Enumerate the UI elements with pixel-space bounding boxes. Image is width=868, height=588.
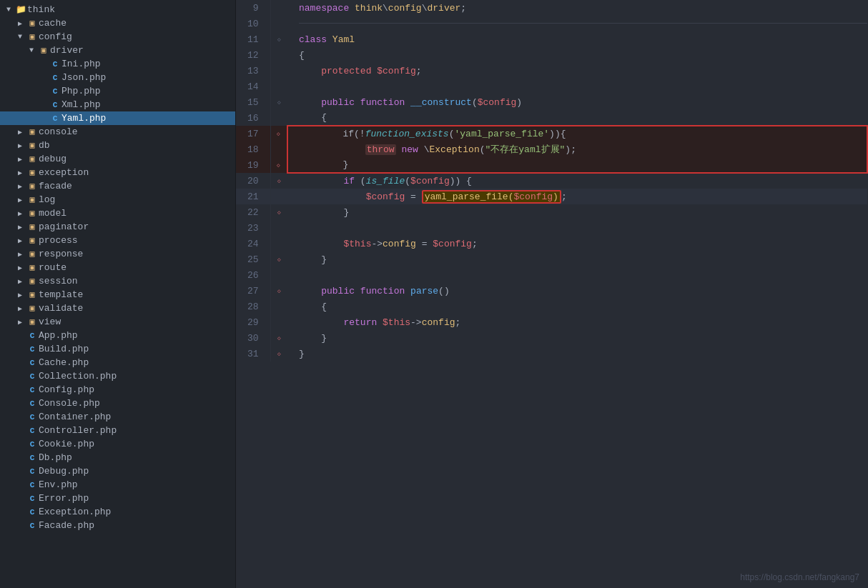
file-c-icon: C: [26, 454, 39, 462]
line-number: 31: [236, 346, 270, 362]
sidebar-item-label: template: [39, 289, 83, 300]
line-number: 18: [236, 141, 270, 157]
file-tree[interactable]: ▼ 📁 think ▶ ▣ cache ▼ ▣ config ▼ ▣ drive…: [0, 0, 236, 588]
sidebar-item-yaml-php[interactable]: C Yaml.php: [0, 111, 235, 125]
code-editor[interactable]: 9 namespace think\config\driver; 10 11 ⬦…: [236, 0, 868, 588]
sidebar-item-xml-php[interactable]: C Xml.php: [0, 98, 235, 111]
sidebar-item-console[interactable]: ▶ ▣ console: [0, 125, 235, 139]
sidebar-item-db-php[interactable]: C Db.php: [0, 451, 235, 464]
sidebar-item-config[interactable]: ▼ ▣ config: [0, 30, 235, 44]
sidebar-item-label: Yaml.php: [61, 113, 106, 124]
sidebar-item-label: response: [39, 249, 83, 259]
sidebar-item-label: session: [39, 276, 78, 286]
sidebar-item-cache-php[interactable]: C Cache.php: [0, 356, 235, 369]
line-gutter: ⬦: [270, 173, 287, 189]
sidebar-item-label: validate: [39, 303, 83, 314]
folder-icon: ▣: [26, 126, 39, 137]
sidebar-item-error-php[interactable]: C Error.php: [0, 492, 235, 505]
sidebar-item-console-php[interactable]: C Console.php: [0, 397, 235, 410]
line-number: 12: [236, 47, 270, 63]
line-number: 15: [236, 94, 270, 110]
sidebar-item-build-php[interactable]: C Build.php: [0, 342, 235, 356]
sidebar-item-log[interactable]: ▶ ▣ log: [0, 193, 235, 206]
arrow-icon: ▶: [14, 141, 26, 150]
code-line-31: 31 ⬦ }: [236, 346, 867, 362]
line-code: [287, 220, 867, 236]
sidebar-item-model[interactable]: ▶ ▣ model: [0, 206, 235, 220]
sidebar-item-process[interactable]: ▶ ▣ process: [0, 234, 235, 247]
arrow-icon: ▶: [14, 196, 26, 204]
sidebar-item-template[interactable]: ▶ ▣ template: [0, 288, 235, 302]
sidebar-item-label: exception: [39, 167, 89, 178]
code-line-9: 9 namespace think\config\driver;: [236, 0, 867, 16]
sidebar-item-debug-php[interactable]: C Debug.php: [0, 464, 235, 478]
code-line-27: 27 ⬦ public function parse(): [236, 283, 867, 299]
sidebar-item-label: cache: [39, 18, 66, 29]
folder-icon: ▣: [26, 249, 39, 259]
line-gutter: [270, 236, 287, 251]
sidebar-item-label: Controller.php: [39, 425, 117, 436]
code-line-10: 10: [236, 16, 867, 31]
sidebar-item-exception[interactable]: ▶ ▣ exception: [0, 166, 235, 179]
line-number: 17: [236, 126, 270, 141]
sidebar-item-paginator[interactable]: ▶ ▣ paginator: [0, 220, 235, 234]
line-number: 11: [236, 31, 270, 47]
sidebar-item-db[interactable]: ▶ ▣ db: [0, 139, 235, 152]
file-c-icon: C: [26, 372, 39, 381]
sidebar-item-label: Facade.php: [39, 520, 94, 531]
sidebar-item-validate[interactable]: ▶ ▣ validate: [0, 302, 235, 315]
sidebar-item-label: Json.php: [61, 72, 106, 83]
sidebar-item-exception-php[interactable]: C Exception.php: [0, 505, 235, 519]
sidebar-item-config-php[interactable]: C Config.php: [0, 383, 235, 397]
line-gutter: [270, 47, 287, 63]
sidebar-item-view[interactable]: ▶ ▣ view: [0, 315, 235, 329]
line-gutter: [270, 141, 287, 157]
sidebar-item-session[interactable]: ▶ ▣ session: [0, 274, 235, 288]
line-code: if (is_file($config)) {: [287, 173, 867, 189]
line-gutter: ⬦: [270, 251, 287, 267]
line-code: class Yaml: [287, 31, 867, 47]
sidebar-item-response[interactable]: ▶ ▣ response: [0, 247, 235, 261]
line-number: 23: [236, 220, 270, 236]
line-gutter: [270, 79, 287, 94]
line-gutter: ⬦: [270, 126, 287, 141]
sidebar-item-json-php[interactable]: C Json.php: [0, 71, 235, 84]
sidebar-item-label: Error.php: [39, 493, 89, 504]
sidebar-item-php-php[interactable]: C Php.php: [0, 84, 235, 98]
sidebar-item-driver[interactable]: ▼ ▣ driver: [0, 44, 235, 57]
arrow-icon: ▶: [14, 128, 26, 136]
sidebar-item-facade[interactable]: ▶ ▣ facade: [0, 179, 235, 193]
sidebar-item-env-php[interactable]: C Env.php: [0, 478, 235, 492]
sidebar-item-container-php[interactable]: C Container.php: [0, 410, 235, 424]
sidebar-item-app-php[interactable]: C App.php: [0, 329, 235, 342]
line-code: namespace think\config\driver;: [287, 0, 867, 16]
sidebar-item-cache[interactable]: ▶ ▣ cache: [0, 16, 235, 30]
sidebar-item-collection-php[interactable]: C Collection.php: [0, 369, 235, 383]
sidebar-item-label: log: [39, 194, 55, 205]
line-number: 16: [236, 110, 270, 126]
sidebar-item-label: Build.php: [39, 344, 89, 354]
line-gutter: ⬦: [270, 346, 287, 362]
file-c-icon: C: [49, 60, 61, 69]
sidebar-item-think[interactable]: ▼ 📁 think: [0, 3, 235, 16]
sidebar-item-ini-php[interactable]: C Ini.php: [0, 57, 235, 71]
code-line-14: 14: [236, 79, 867, 94]
arrow-icon: ▶: [14, 318, 26, 327]
sidebar-item-label: debug: [39, 154, 66, 164]
line-number: 28: [236, 299, 270, 314]
sidebar-item-debug[interactable]: ▶ ▣ debug: [0, 152, 235, 166]
folder-icon: 📁: [14, 4, 27, 15]
arrow-icon: ▼: [26, 46, 37, 54]
sidebar-item-controller-php[interactable]: C Controller.php: [0, 424, 235, 437]
sidebar-item-cookie-php[interactable]: C Cookie.php: [0, 437, 235, 451]
file-c-icon: C: [26, 427, 39, 435]
line-code: protected $config;: [287, 63, 867, 79]
sidebar-item-label: Xml.php: [61, 99, 101, 110]
line-number: 21: [236, 189, 270, 204]
code-line-21: 21 $config = yaml_parse_file($config);: [236, 189, 867, 204]
sidebar-item-route[interactable]: ▶ ▣ route: [0, 261, 235, 274]
line-gutter: [270, 220, 287, 236]
line-gutter: [270, 110, 287, 126]
sidebar-item-facade-php[interactable]: C Facade.php: [0, 519, 235, 532]
line-code: }: [287, 330, 867, 346]
